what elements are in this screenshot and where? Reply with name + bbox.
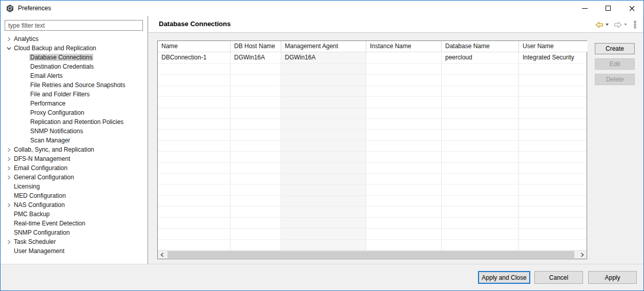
apply-button[interactable]: Apply: [588, 271, 637, 284]
column-header-name[interactable]: Name: [158, 41, 231, 52]
main-header: Database Connections: [149, 16, 643, 33]
empty-cell: [519, 86, 588, 96]
footer-buttons: Apply and CloseCancelApply: [478, 271, 637, 284]
create-button[interactable]: Create: [595, 43, 635, 54]
sidebar-item-performance[interactable]: Performance: [1, 99, 147, 108]
scrollbar-thumb[interactable]: [168, 251, 574, 258]
close-button[interactable]: [620, 1, 643, 16]
column-header-db-host-name[interactable]: DB Host Name: [231, 41, 281, 52]
sidebar-item-file-and-folder-filters[interactable]: File and Folder Filters: [1, 90, 147, 99]
empty-cell: [366, 206, 442, 217]
empty-cell: [442, 108, 519, 118]
empty-cell: [231, 64, 281, 74]
table-empty-row[interactable]: [158, 64, 587, 74]
sidebar-item-pmc-backup[interactable]: PMC Backup: [1, 210, 147, 219]
horizontal-scrollbar[interactable]: [158, 250, 587, 259]
sidebar-item-analytics[interactable]: Analytics: [1, 34, 147, 44]
table-empty-row[interactable]: [158, 140, 587, 151]
sidebar-item-label: Replication and Retention Policies: [29, 118, 124, 126]
filter-input[interactable]: [5, 20, 143, 31]
sidebar-item-label: PMC Backup: [13, 211, 51, 218]
empty-cell: [281, 141, 366, 151]
chevron-right-icon[interactable]: [5, 35, 13, 43]
empty-cell: [281, 119, 366, 129]
table-empty-row[interactable]: [158, 108, 587, 118]
back-button[interactable]: [595, 20, 604, 29]
sidebar-item-nas-configuration[interactable]: NAS Configuration: [1, 200, 147, 210]
sidebar-item-med-configuration[interactable]: MED Configuration: [1, 191, 147, 200]
chevron-right-icon[interactable]: [5, 155, 13, 163]
chevron-right-icon[interactable]: [5, 146, 13, 154]
sidebar-item-database-connections[interactable]: Database Connections: [1, 53, 147, 62]
sidebar-item-replication-and-retention-policies[interactable]: Replication and Retention Policies: [1, 117, 147, 127]
sidebar-item-cloud-backup-and-replication[interactable]: Cloud Backup and Replication: [1, 44, 147, 53]
forward-menu-button[interactable]: [624, 20, 627, 29]
empty-cell: [366, 163, 442, 173]
tree-indent: [5, 219, 13, 227]
column-header-management-agent[interactable]: Management Agent: [281, 41, 366, 52]
sidebar-item-general-configuration[interactable]: General Configuration: [1, 173, 147, 182]
scroll-left-button[interactable]: [158, 251, 167, 259]
table-empty-row[interactable]: [158, 129, 587, 140]
column-header-database-name[interactable]: Database Name: [442, 41, 519, 52]
sidebar-item-proxy-configuration[interactable]: Proxy Configuration: [1, 108, 147, 117]
minimize-button[interactable]: [573, 1, 596, 16]
empty-cell: [231, 196, 281, 206]
table-empty-row[interactable]: [158, 195, 587, 206]
chevron-right-icon[interactable]: [5, 238, 13, 246]
empty-cell: [366, 130, 442, 140]
sidebar-item-licensing[interactable]: Licensing: [1, 182, 147, 191]
sidebar-item-real-time-event-detection[interactable]: Real-time Event Detection: [1, 219, 147, 228]
tree-indent: [5, 228, 13, 237]
empty-cell: [281, 228, 366, 239]
sidebar-item-collab-sync-and-replication[interactable]: Collab, Sync, and Replication: [1, 145, 147, 154]
chevron-left-icon: [160, 253, 164, 257]
table-empty-row[interactable]: [158, 184, 587, 195]
table-empty-row[interactable]: [158, 217, 587, 228]
sidebar-item-email-configuration[interactable]: Email Configuration: [1, 163, 147, 173]
table-empty-row[interactable]: [158, 228, 587, 239]
back-menu-button[interactable]: [606, 20, 609, 29]
table-empty-row[interactable]: [158, 162, 587, 173]
cancel-button[interactable]: Cancel: [534, 271, 583, 284]
chevron-down-icon[interactable]: [5, 44, 13, 52]
sidebar-item-scan-manager[interactable]: Scan Manager: [1, 136, 147, 145]
sidebar-item-label: Database Connections: [29, 54, 93, 61]
table-row[interactable]: DBConnection-1DGWin16ADGWin16ApeercloudI…: [158, 52, 587, 64]
action-buttons: CreateEditDelete: [595, 43, 635, 85]
sidebar-item-file-retries-and-source-snapshots[interactable]: File Retries and Source Snapshots: [1, 80, 147, 90]
scroll-right-button[interactable]: [578, 251, 587, 259]
table-empty-row[interactable]: [158, 86, 587, 96]
empty-cell: [519, 228, 588, 239]
empty-cell: [519, 64, 588, 74]
chevron-right-icon[interactable]: [5, 164, 13, 172]
sidebar-item-task-scheduler[interactable]: Task Scheduler: [1, 237, 147, 246]
table-empty-row[interactable]: [158, 173, 587, 184]
table-empty-row[interactable]: [158, 239, 587, 250]
chevron-right-icon[interactable]: [5, 201, 13, 209]
column-header-instance-name[interactable]: Instance Name: [366, 41, 442, 52]
sidebar-item-snmp-configuration[interactable]: SNMP Configuration: [1, 228, 147, 237]
table-empty-row[interactable]: [158, 96, 587, 107]
sidebar-item-user-management[interactable]: User Management: [1, 246, 147, 256]
sidebar-item-email-alerts[interactable]: Email Alerts: [1, 71, 147, 80]
table-empty-row[interactable]: [158, 74, 587, 85]
app-logo-icon: [6, 4, 14, 13]
sidebar-item-dfs-n-management[interactable]: DFS-N Management: [1, 154, 147, 163]
empty-cell: [281, 240, 366, 250]
apply-and-close-button[interactable]: Apply and Close: [478, 271, 530, 284]
sidebar-item-label: Performance: [29, 100, 67, 107]
table-empty-row[interactable]: [158, 151, 587, 162]
chevron-right-icon[interactable]: [5, 173, 13, 181]
table-empty-row[interactable]: [158, 118, 587, 129]
empty-cell: [442, 75, 519, 85]
empty-cell: [281, 174, 366, 184]
maximize-button[interactable]: [596, 1, 620, 16]
column-header-user-name[interactable]: User Name: [519, 41, 588, 52]
view-menu-button[interactable]: [633, 20, 637, 29]
sidebar-item-destination-credentials[interactable]: Destination Credentials: [1, 62, 147, 71]
sidebar-item-snmp-notifications[interactable]: SNMP Notifications: [1, 127, 147, 136]
table-empty-row[interactable]: [158, 206, 587, 217]
empty-cell: [366, 218, 442, 228]
forward-button[interactable]: [614, 20, 622, 29]
